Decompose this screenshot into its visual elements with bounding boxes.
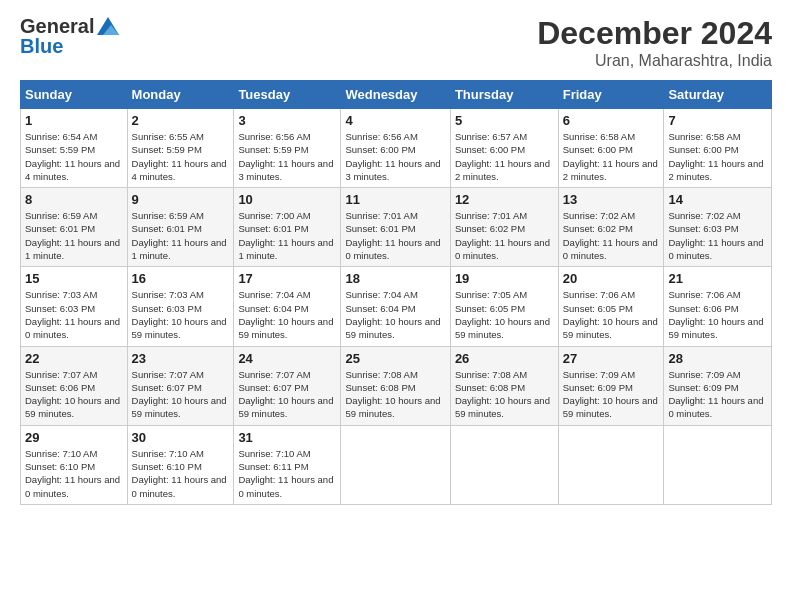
day-number: 31 <box>238 430 336 445</box>
calendar-day-cell: 14 Sunrise: 7:02 AMSunset: 6:03 PMDaylig… <box>664 188 772 267</box>
day-number: 30 <box>132 430 230 445</box>
day-number: 17 <box>238 271 336 286</box>
calendar-header: Sunday Monday Tuesday Wednesday Thursday… <box>21 81 772 109</box>
day-info: Sunrise: 7:06 AMSunset: 6:06 PMDaylight:… <box>668 288 767 341</box>
calendar-day-cell: 17 Sunrise: 7:04 AMSunset: 6:04 PMDaylig… <box>234 267 341 346</box>
logo-text: General <box>20 15 119 37</box>
day-number: 5 <box>455 113 554 128</box>
day-info: Sunrise: 7:08 AMSunset: 6:08 PMDaylight:… <box>345 368 445 421</box>
day-info: Sunrise: 7:09 AMSunset: 6:09 PMDaylight:… <box>668 368 767 421</box>
day-info: Sunrise: 7:09 AMSunset: 6:09 PMDaylight:… <box>563 368 660 421</box>
page-header: General Blue December 2024 Uran, Maharas… <box>20 15 772 70</box>
day-number: 4 <box>345 113 445 128</box>
day-number: 10 <box>238 192 336 207</box>
day-info: Sunrise: 6:56 AMSunset: 5:59 PMDaylight:… <box>238 130 336 183</box>
day-info: Sunrise: 7:07 AMSunset: 6:07 PMDaylight:… <box>238 368 336 421</box>
calendar-subtitle: Uran, Maharashtra, India <box>537 52 772 70</box>
day-info: Sunrise: 6:58 AMSunset: 6:00 PMDaylight:… <box>668 130 767 183</box>
logo: General Blue <box>20 15 119 58</box>
day-info: Sunrise: 7:06 AMSunset: 6:05 PMDaylight:… <box>563 288 660 341</box>
title-block: December 2024 Uran, Maharashtra, India <box>537 15 772 70</box>
calendar-day-cell: 20 Sunrise: 7:06 AMSunset: 6:05 PMDaylig… <box>558 267 664 346</box>
logo-blue: Blue <box>20 35 119 58</box>
calendar-row: 29 Sunrise: 7:10 AMSunset: 6:10 PMDaylig… <box>21 425 772 504</box>
empty-cell <box>664 425 772 504</box>
empty-cell <box>450 425 558 504</box>
calendar-day-cell: 1 Sunrise: 6:54 AMSunset: 5:59 PMDayligh… <box>21 109 128 188</box>
calendar-day-cell: 18 Sunrise: 7:04 AMSunset: 6:04 PMDaylig… <box>341 267 450 346</box>
day-number: 24 <box>238 351 336 366</box>
calendar-day-cell: 2 Sunrise: 6:55 AMSunset: 5:59 PMDayligh… <box>127 109 234 188</box>
day-number: 29 <box>25 430 123 445</box>
day-number: 22 <box>25 351 123 366</box>
day-info: Sunrise: 7:05 AMSunset: 6:05 PMDaylight:… <box>455 288 554 341</box>
empty-cell <box>341 425 450 504</box>
calendar-day-cell: 22 Sunrise: 7:07 AMSunset: 6:06 PMDaylig… <box>21 346 128 425</box>
day-info: Sunrise: 7:01 AMSunset: 6:02 PMDaylight:… <box>455 209 554 262</box>
day-info: Sunrise: 7:10 AMSunset: 6:10 PMDaylight:… <box>132 447 230 500</box>
day-number: 11 <box>345 192 445 207</box>
calendar-day-cell: 31 Sunrise: 7:10 AMSunset: 6:11 PMDaylig… <box>234 425 341 504</box>
empty-cell <box>558 425 664 504</box>
calendar-day-cell: 21 Sunrise: 7:06 AMSunset: 6:06 PMDaylig… <box>664 267 772 346</box>
day-number: 15 <box>25 271 123 286</box>
calendar-day-cell: 16 Sunrise: 7:03 AMSunset: 6:03 PMDaylig… <box>127 267 234 346</box>
day-number: 6 <box>563 113 660 128</box>
calendar-title: December 2024 <box>537 15 772 52</box>
day-info: Sunrise: 7:01 AMSunset: 6:01 PMDaylight:… <box>345 209 445 262</box>
calendar-day-cell: 15 Sunrise: 7:03 AMSunset: 6:03 PMDaylig… <box>21 267 128 346</box>
calendar-row: 8 Sunrise: 6:59 AMSunset: 6:01 PMDayligh… <box>21 188 772 267</box>
day-number: 19 <box>455 271 554 286</box>
day-number: 7 <box>668 113 767 128</box>
day-info: Sunrise: 7:07 AMSunset: 6:07 PMDaylight:… <box>132 368 230 421</box>
day-number: 28 <box>668 351 767 366</box>
col-friday: Friday <box>558 81 664 109</box>
day-info: Sunrise: 6:59 AMSunset: 6:01 PMDaylight:… <box>25 209 123 262</box>
col-tuesday: Tuesday <box>234 81 341 109</box>
day-info: Sunrise: 7:00 AMSunset: 6:01 PMDaylight:… <box>238 209 336 262</box>
calendar-day-cell: 30 Sunrise: 7:10 AMSunset: 6:10 PMDaylig… <box>127 425 234 504</box>
day-number: 18 <box>345 271 445 286</box>
calendar-day-cell: 3 Sunrise: 6:56 AMSunset: 5:59 PMDayligh… <box>234 109 341 188</box>
calendar-row: 1 Sunrise: 6:54 AMSunset: 5:59 PMDayligh… <box>21 109 772 188</box>
calendar-day-cell: 12 Sunrise: 7:01 AMSunset: 6:02 PMDaylig… <box>450 188 558 267</box>
calendar-day-cell: 11 Sunrise: 7:01 AMSunset: 6:01 PMDaylig… <box>341 188 450 267</box>
day-info: Sunrise: 6:59 AMSunset: 6:01 PMDaylight:… <box>132 209 230 262</box>
calendar-day-cell: 9 Sunrise: 6:59 AMSunset: 6:01 PMDayligh… <box>127 188 234 267</box>
day-info: Sunrise: 7:03 AMSunset: 6:03 PMDaylight:… <box>25 288 123 341</box>
calendar-day-cell: 5 Sunrise: 6:57 AMSunset: 6:00 PMDayligh… <box>450 109 558 188</box>
day-info: Sunrise: 7:04 AMSunset: 6:04 PMDaylight:… <box>238 288 336 341</box>
calendar-day-cell: 27 Sunrise: 7:09 AMSunset: 6:09 PMDaylig… <box>558 346 664 425</box>
calendar-table: Sunday Monday Tuesday Wednesday Thursday… <box>20 80 772 505</box>
day-number: 20 <box>563 271 660 286</box>
calendar-day-cell: 29 Sunrise: 7:10 AMSunset: 6:10 PMDaylig… <box>21 425 128 504</box>
day-number: 25 <box>345 351 445 366</box>
calendar-day-cell: 8 Sunrise: 6:59 AMSunset: 6:01 PMDayligh… <box>21 188 128 267</box>
day-number: 3 <box>238 113 336 128</box>
calendar-day-cell: 26 Sunrise: 7:08 AMSunset: 6:08 PMDaylig… <box>450 346 558 425</box>
day-info: Sunrise: 6:58 AMSunset: 6:00 PMDaylight:… <box>563 130 660 183</box>
col-monday: Monday <box>127 81 234 109</box>
logo-general: General <box>20 15 94 37</box>
day-info: Sunrise: 7:10 AMSunset: 6:11 PMDaylight:… <box>238 447 336 500</box>
day-number: 16 <box>132 271 230 286</box>
col-saturday: Saturday <box>664 81 772 109</box>
calendar-day-cell: 24 Sunrise: 7:07 AMSunset: 6:07 PMDaylig… <box>234 346 341 425</box>
day-number: 8 <box>25 192 123 207</box>
day-number: 23 <box>132 351 230 366</box>
day-info: Sunrise: 7:02 AMSunset: 6:02 PMDaylight:… <box>563 209 660 262</box>
day-number: 2 <box>132 113 230 128</box>
calendar-day-cell: 25 Sunrise: 7:08 AMSunset: 6:08 PMDaylig… <box>341 346 450 425</box>
day-info: Sunrise: 6:54 AMSunset: 5:59 PMDaylight:… <box>25 130 123 183</box>
col-sunday: Sunday <box>21 81 128 109</box>
day-number: 13 <box>563 192 660 207</box>
day-number: 26 <box>455 351 554 366</box>
day-number: 9 <box>132 192 230 207</box>
day-number: 14 <box>668 192 767 207</box>
calendar-day-cell: 6 Sunrise: 6:58 AMSunset: 6:00 PMDayligh… <box>558 109 664 188</box>
day-info: Sunrise: 6:55 AMSunset: 5:59 PMDaylight:… <box>132 130 230 183</box>
logo-icon <box>97 17 119 35</box>
day-number: 27 <box>563 351 660 366</box>
day-info: Sunrise: 7:03 AMSunset: 6:03 PMDaylight:… <box>132 288 230 341</box>
day-number: 21 <box>668 271 767 286</box>
